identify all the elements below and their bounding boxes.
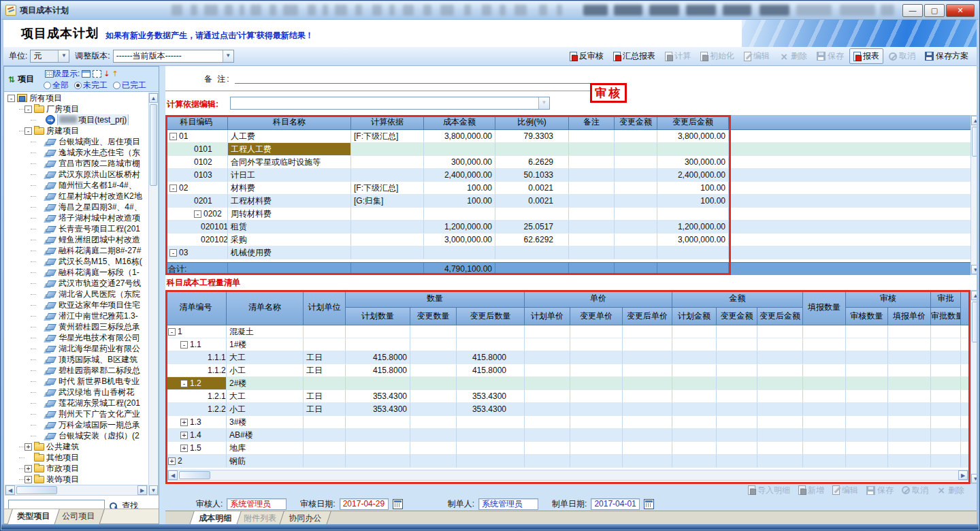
cell-remark[interactable] (569, 221, 615, 234)
close-button[interactable]: ✕ (946, 4, 975, 17)
cell-plan_up[interactable] (525, 403, 570, 416)
tree-item[interactable]: -台银城安装（虚拟）(2 (5, 430, 148, 441)
cell-after_amt[interactable] (757, 338, 803, 351)
cell-after_amt[interactable] (657, 143, 729, 156)
cell-chg_amt[interactable] (615, 182, 657, 195)
refresh-icon[interactable]: ⇅ (8, 75, 15, 84)
tree-item[interactable]: -逸城亲水生态住宅（东 (5, 147, 148, 158)
cell-unit[interactable]: 工日 (304, 364, 346, 377)
cell-chg_up[interactable] (570, 338, 623, 351)
cell-after_amt[interactable] (757, 455, 803, 468)
tree-item[interactable]: -欧亚达家年华项目住宅 (5, 300, 148, 310)
cell-name[interactable]: 工程人工费 (228, 143, 351, 156)
cell-unit[interactable] (304, 325, 346, 338)
cell-code[interactable]: 0201 (165, 195, 228, 208)
tree-expander-minus[interactable]: - (24, 106, 32, 113)
cell-name[interactable]: 1#楼 (227, 338, 304, 351)
cell-amount[interactable]: 3,000,000.00 (424, 234, 495, 246)
tree-tab-公司项目[interactable]: 公司项目 (52, 509, 104, 524)
cell-chg_qty[interactable] (410, 429, 457, 442)
cell-plan_amt[interactable] (672, 416, 717, 429)
cell-amount[interactable]: 100.00 (424, 195, 495, 208)
cell-ratio[interactable]: 0.0021 (495, 182, 569, 195)
remark-input[interactable] (235, 71, 604, 84)
tree-item[interactable]: +公共建筑 (5, 441, 148, 452)
cell-chg_amt[interactable] (717, 364, 757, 377)
cell-audit_qty[interactable] (846, 416, 888, 429)
sort-descending-icon[interactable]: ⇣ (103, 70, 110, 78)
cell-name[interactable]: 工程材料费 (228, 195, 351, 208)
column-header-after_amt[interactable]: 变更后金额 (657, 115, 729, 130)
subject-row[interactable]: -02材料费[F:下级汇总]100.000.0021100.00 (165, 182, 970, 195)
cell-code[interactable]: -02 (165, 182, 228, 195)
group-header[interactable]: 金额 (672, 290, 803, 308)
cell-plan_up[interactable] (525, 442, 570, 455)
column-header-plan_amt[interactable]: 计划金额 (672, 308, 717, 325)
tree-item[interactable]: -荆州天下广告文化产业 (5, 408, 148, 419)
cell-plan_qty[interactable]: 415.8000 (346, 351, 410, 364)
subject-row[interactable]: -03机械使用费 (165, 246, 970, 259)
tree-item[interactable]: -潜江中南世纪雅苑1.3- (5, 310, 148, 321)
cell-ratio[interactable]: 25.0517 (495, 221, 569, 234)
list-toolbar-button-cancel[interactable]: 取消 (899, 484, 931, 497)
cell-appr_qty[interactable] (931, 338, 961, 351)
cell-after_up[interactable] (623, 455, 672, 468)
list-row[interactable]: 1.2.1大工工日353.4300353.4300 (165, 390, 970, 403)
cell-ratio[interactable]: 79.3303 (495, 130, 569, 143)
cell-plan_qty[interactable] (346, 455, 410, 468)
row-expander[interactable]: - (169, 184, 177, 192)
scrollbar-thumb[interactable] (16, 486, 57, 494)
cell-chg_qty[interactable] (410, 364, 457, 377)
list-row[interactable]: 1.1.1大工工日415.8000415.8000 (165, 351, 970, 364)
cell-after_qty[interactable] (457, 416, 525, 429)
cell-code[interactable]: -03 (165, 246, 228, 259)
cell-appr_qty[interactable] (931, 377, 961, 390)
cell-unit[interactable] (304, 338, 346, 351)
cell-audit_qty[interactable] (846, 429, 888, 442)
tree-expander-plus[interactable]: + (24, 465, 32, 472)
cell-after_amt[interactable] (757, 416, 803, 429)
row-expander[interactable]: - (169, 249, 177, 257)
group-header[interactable]: 单价 (525, 290, 672, 308)
tree-item[interactable]: -所有项目 (5, 93, 148, 103)
tree-expander-minus[interactable]: - (24, 127, 32, 135)
cell-code[interactable]: 020101 (165, 221, 228, 234)
cell-audit_qty[interactable] (846, 325, 888, 338)
tree-item[interactable]: -塔子湖村城中村改造项 (5, 212, 148, 223)
toolbar-button-7-save[interactable]: 保存 (813, 48, 848, 64)
cell-chg_amt[interactable] (615, 195, 657, 208)
cell-chg_up[interactable] (570, 364, 623, 377)
cell-after_amt[interactable]: 100.00 (657, 195, 729, 208)
maximize-button[interactable]: ▢ (924, 4, 945, 17)
cell-code[interactable]: +2 (165, 455, 227, 468)
subject-row[interactable]: -01人工费[F:下级汇总]3,800,000.0079.33033,800,0… (165, 130, 970, 143)
cell-audit_qty[interactable] (846, 403, 888, 416)
cell-fill_qty[interactable] (803, 338, 846, 351)
radio-全部[interactable]: 全部 (44, 80, 69, 91)
list-toolbar-button-add[interactable]: 新增 (796, 484, 827, 497)
cell-appr_qty[interactable] (931, 390, 961, 403)
list-row[interactable]: +1.33#楼 (165, 416, 970, 429)
cell-audit_qty[interactable] (846, 364, 888, 377)
cell-basis[interactable] (351, 169, 424, 182)
cell-plan_qty[interactable] (346, 377, 410, 390)
column-header-plan_qty[interactable]: 计划数量 (346, 308, 410, 325)
list-toolbar-button-save[interactable]: 保存 (864, 484, 896, 497)
cell-fill_qty[interactable] (803, 455, 846, 468)
chevron-down-icon[interactable]: ▼ (58, 50, 69, 62)
cell-fill_qty[interactable] (803, 416, 846, 429)
cell-code[interactable]: -01 (165, 130, 228, 143)
cell-chg_amt[interactable] (717, 442, 757, 455)
cell-plan_amt[interactable] (672, 390, 717, 403)
cell-plan_amt[interactable] (672, 455, 717, 468)
cell-basis[interactable] (351, 246, 424, 259)
cell-fill_qty[interactable] (803, 390, 846, 403)
toolbar-button-5-edit[interactable]: 编辑 (740, 48, 774, 64)
cell-appr_qty[interactable] (931, 325, 961, 338)
scroll-up-icon[interactable]: ▲ (971, 116, 977, 125)
subject-row[interactable]: 020102采购3,000,000.0062.62923,000,000.00 (165, 234, 970, 246)
cell-after_up[interactable] (623, 377, 672, 390)
cell-chg_qty[interactable] (410, 455, 457, 468)
toolbar-button-8-report[interactable]: 报表 (849, 48, 883, 64)
tree-item[interactable]: -武汉市轨道交通27号线 (5, 278, 148, 289)
